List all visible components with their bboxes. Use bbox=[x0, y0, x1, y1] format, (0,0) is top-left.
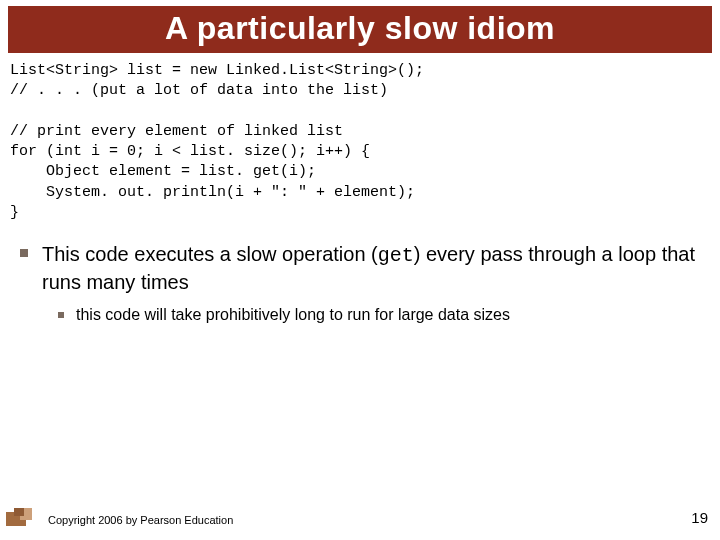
copyright-text: Copyright 2006 by Pearson Education bbox=[48, 514, 233, 526]
page-number: 19 bbox=[691, 509, 708, 526]
sub-bullet-text: this code will take prohibitively long t… bbox=[76, 305, 510, 326]
bullet-text-mono: get bbox=[378, 244, 414, 267]
footer: Copyright 2006 by Pearson Education 19 bbox=[0, 504, 720, 530]
slide-title: A particularly slow idiom bbox=[18, 10, 702, 47]
bullet-text-pre: This code executes a slow operation ( bbox=[42, 243, 378, 265]
bullet-text: This code executes a slow operation (get… bbox=[42, 241, 710, 295]
corner-decoration-icon bbox=[6, 504, 40, 526]
code-block: List<String> list = new Linked.List<Stri… bbox=[10, 61, 710, 223]
bullet-item: This code executes a slow operation (get… bbox=[20, 241, 710, 295]
sub-bullet-item: this code will take prohibitively long t… bbox=[58, 305, 710, 326]
slide-content: List<String> list = new Linked.List<Stri… bbox=[0, 53, 720, 326]
square-bullet-icon bbox=[20, 249, 28, 257]
square-bullet-icon bbox=[58, 312, 64, 318]
title-bar: A particularly slow idiom bbox=[8, 6, 712, 53]
bullet-list: This code executes a slow operation (get… bbox=[10, 241, 710, 326]
